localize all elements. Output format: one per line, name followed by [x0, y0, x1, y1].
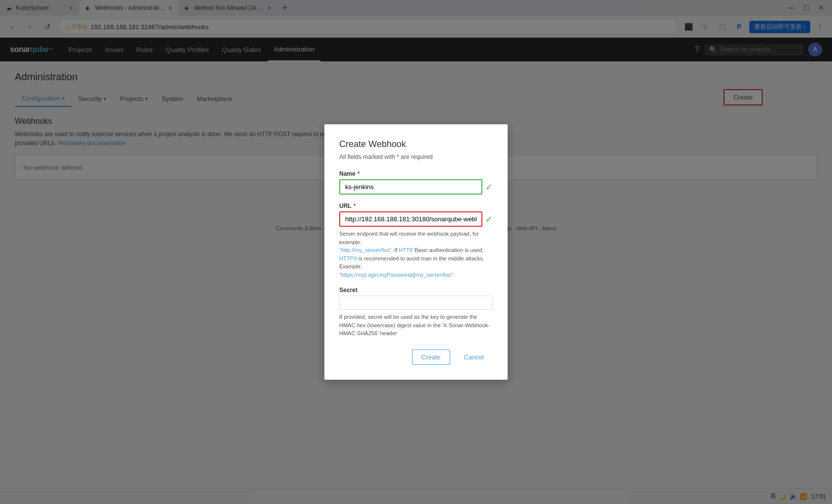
secret-field-group: Secret If provided, secret will be used … — [339, 287, 493, 338]
secret-input-wrapper — [339, 296, 493, 310]
modal-cancel-button[interactable]: Cancel — [455, 350, 493, 365]
url-help-text: Server endpoint that will receive the we… — [339, 230, 493, 279]
secret-help-text: If provided, secret will be used as the … — [339, 313, 493, 338]
url-field-group: URL * ✓ Server endpoint that will receiv… — [339, 202, 493, 279]
required-star: * — [397, 153, 399, 160]
url-input-wrapper: ✓ — [339, 211, 493, 227]
modal-footer: Create Cancel — [339, 350, 493, 365]
modal-title: Create Webhook — [339, 139, 493, 150]
secret-input[interactable] — [339, 296, 493, 310]
secret-label: Secret — [339, 287, 493, 294]
name-valid-icon: ✓ — [485, 182, 493, 193]
name-field-group: Name * ✓ — [339, 170, 493, 195]
url-required-star: * — [354, 202, 356, 209]
modal-create-button[interactable]: Create — [412, 350, 450, 365]
name-input-wrapper: ✓ — [339, 179, 493, 195]
modal-overlay: Create Webhook All fields marked with * … — [0, 0, 832, 504]
modal-required-note: All fields marked with * are required — [339, 153, 493, 160]
name-required-star: * — [358, 170, 360, 177]
url-label: URL * — [339, 202, 493, 209]
name-label: Name * — [339, 170, 493, 177]
create-webhook-modal: Create Webhook All fields marked with * … — [324, 124, 508, 380]
name-input[interactable] — [339, 179, 482, 195]
url-valid-icon: ✓ — [485, 214, 493, 225]
url-input[interactable] — [339, 211, 482, 227]
